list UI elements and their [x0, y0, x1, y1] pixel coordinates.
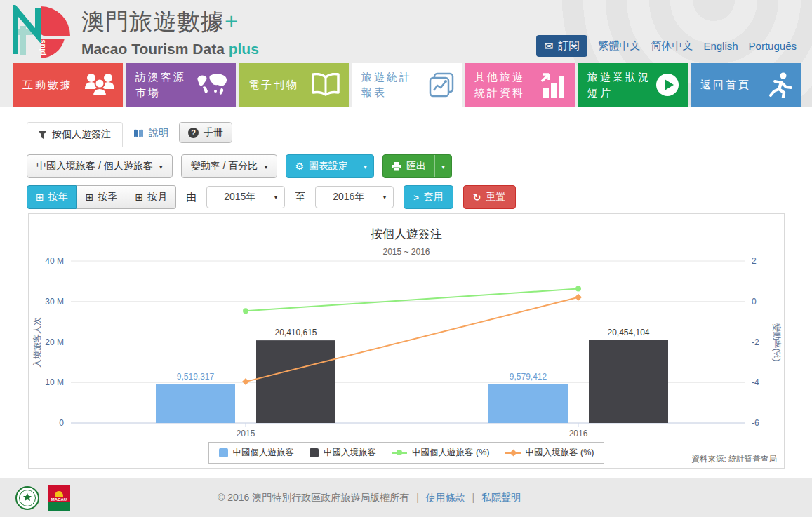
subscribe-button[interactable]: ✉ 訂閱 — [536, 35, 588, 57]
legend-label: 中國個人遊旅客 (%) — [412, 447, 489, 459]
running-person-icon — [766, 72, 793, 98]
rate-dropdown[interactable]: 變動率 / 百分比 ▾ — [181, 154, 278, 178]
terms-of-use-link[interactable]: 使用條款 — [426, 492, 465, 503]
manual-button[interactable]: ? 手冊 — [179, 122, 232, 143]
svg-text:plus: plus — [38, 39, 46, 55]
legend-label: 中國入境旅客 (%) — [526, 447, 594, 459]
chart-settings-caret[interactable]: ▾ — [357, 155, 373, 177]
bar-0-2015[interactable] — [156, 384, 235, 423]
svg-text:MACAU: MACAU — [51, 497, 67, 502]
legend-item[interactable]: 中國個人遊旅客 — [219, 447, 295, 459]
bar-0-2016[interactable] — [488, 384, 568, 423]
legend-swatch — [219, 448, 228, 457]
data-source-note: 資料來源: 統計暨普查局 — [692, 454, 777, 464]
lang-traditional-chinese[interactable]: 繁體中文 — [598, 39, 640, 53]
nav-tourism-statistics-reports[interactable]: 旅遊統計報表 — [352, 63, 462, 107]
export-button[interactable]: 匯出 — [383, 155, 434, 177]
lang-english[interactable]: English — [703, 40, 738, 52]
by-quarter-button[interactable]: ⊞ 按季 — [77, 185, 127, 209]
to-label: 至 — [295, 191, 305, 204]
government-emblem-logo — [15, 486, 39, 510]
reset-button[interactable]: ↻ 重置 — [463, 185, 516, 209]
chevron-down-icon: ▾ — [264, 163, 267, 170]
svg-text:20,410,615: 20,410,615 — [274, 328, 317, 337]
filter-row-2: ⊞ 按年 ⊞ 按季 ⊞ 按月 由 2015年 ▾ 至 2016年 ▾ > 套用 — [27, 185, 785, 209]
svg-text:2015: 2015 — [237, 429, 255, 438]
grid-icon: ⊞ — [86, 192, 94, 203]
chevron-down-icon: ▾ — [159, 163, 163, 170]
gear-icon: ⚙ — [295, 161, 304, 172]
main-nav: 互動數據 訪澳客源市場 電子刊物 旅遊統計報表 — [0, 63, 812, 107]
chart-subtitle: 2015 ~ 2016 — [29, 247, 784, 257]
svg-text:2016: 2016 — [569, 429, 588, 438]
tab-info[interactable]: 說明 — [133, 127, 168, 147]
svg-text:9,579,412: 9,579,412 — [510, 372, 547, 382]
site-logo: plus — [13, 5, 72, 58]
chart-settings-button[interactable]: ⚙ 圖表設定 — [286, 155, 357, 177]
chevron-down-icon: ▾ — [274, 194, 278, 201]
legend-swatch — [310, 448, 319, 457]
lang-simplified-chinese[interactable]: 简体中文 — [651, 39, 693, 53]
svg-text:0: 0 — [59, 418, 64, 428]
svg-text:2: 2 — [752, 258, 757, 266]
svg-text:0: 0 — [752, 297, 757, 307]
open-book-icon — [310, 73, 341, 97]
site-title-zh: 澳門旅遊數據+ — [81, 6, 259, 38]
chart-svg: 40 M230 M020 M-210 M-40-6入境旅客人次變動率(%)201… — [29, 258, 785, 441]
refresh-icon: ↻ — [473, 192, 481, 203]
legend-line-symbol — [505, 450, 521, 456]
nav-tourism-video-clips[interactable]: 旅遊業狀況短片 — [578, 63, 688, 107]
legend-label: 中國個人遊旅客 — [233, 447, 295, 459]
apply-button[interactable]: > 套用 — [404, 185, 453, 209]
svg-text:9,519,317: 9,519,317 — [177, 372, 215, 382]
svg-text:10 M: 10 M — [45, 377, 64, 387]
mgto-logo: MACAU — [48, 485, 70, 511]
line-marker[interactable] — [575, 286, 581, 292]
svg-text:30 M: 30 M — [45, 297, 64, 307]
site-title-en: Macao Tourism Data plus — [81, 41, 259, 58]
nav-interactive-data[interactable]: 互動數據 — [13, 63, 123, 107]
chart-title: 按個人遊簽注 — [29, 214, 784, 242]
svg-text:-4: -4 — [752, 377, 759, 387]
nav-back-to-home[interactable]: 返回首頁 — [691, 63, 801, 107]
envelope-icon: ✉ — [545, 40, 554, 53]
legend-item[interactable]: 中國入境旅客 (%) — [505, 447, 594, 459]
grid-icon: ⊞ — [36, 192, 44, 203]
legend-line-symbol — [392, 450, 407, 456]
by-month-button[interactable]: ⊞ 按月 — [126, 185, 176, 209]
nav-visitor-source-markets[interactable]: 訪澳客源市場 — [126, 63, 236, 107]
to-year-select[interactable]: 2016年 ▾ — [315, 186, 394, 208]
line-marker[interactable] — [575, 294, 582, 301]
from-label: 由 — [186, 191, 197, 204]
printer-icon — [392, 162, 401, 171]
svg-text:40 M: 40 M — [45, 258, 64, 266]
by-year-button[interactable]: ⊞ 按年 — [27, 185, 77, 209]
line-marker[interactable] — [242, 378, 249, 385]
bar-chart-icon — [539, 72, 567, 98]
chevron-down-icon: ▾ — [441, 163, 445, 170]
series-dropdown[interactable]: 中國入境旅客 / 個人遊旅客 ▾ — [27, 154, 173, 178]
bar-1-2015[interactable] — [256, 340, 335, 423]
line-marker[interactable] — [243, 308, 248, 314]
tab-bar: 按個人遊簽注 說明 ? 手冊 — [27, 123, 785, 147]
privacy-statement-link[interactable]: 私隱聲明 — [481, 492, 521, 503]
chart-panel: 按個人遊簽注 2015 ~ 2016 40 M230 M020 M-210 M-… — [28, 213, 785, 469]
nav-other-tourism-statistics[interactable]: 其他旅遊統計資料 — [465, 63, 575, 107]
world-map-icon — [196, 73, 228, 97]
lang-portuguese[interactable]: Português — [749, 40, 797, 52]
legend-item[interactable]: 中國個人遊旅客 (%) — [392, 447, 489, 459]
period-button-group: ⊞ 按年 ⊞ 按季 ⊞ 按月 — [27, 185, 176, 209]
bar-1-2016[interactable] — [589, 340, 668, 423]
tab-by-ivs[interactable]: 按個人遊簽注 — [27, 122, 123, 147]
legend-item[interactable]: 中國入境旅客 — [310, 447, 376, 459]
nav-e-publications[interactable]: 電子刊物 — [239, 63, 349, 107]
chevron-right-icon: > — [413, 192, 419, 203]
svg-text:20,454,104: 20,454,104 — [607, 328, 649, 337]
chevron-down-icon: ▾ — [364, 163, 367, 170]
from-year-select[interactable]: 2015年 ▾ — [206, 186, 285, 208]
question-icon: ? — [188, 128, 199, 138]
people-group-icon — [84, 72, 115, 98]
export-caret[interactable]: ▾ — [434, 155, 451, 177]
chart-legend: 中國個人遊旅客中國入境旅客中國個人遊旅客 (%)中國入境旅客 (%) — [208, 442, 605, 464]
filter-funnel-icon — [39, 131, 46, 139]
